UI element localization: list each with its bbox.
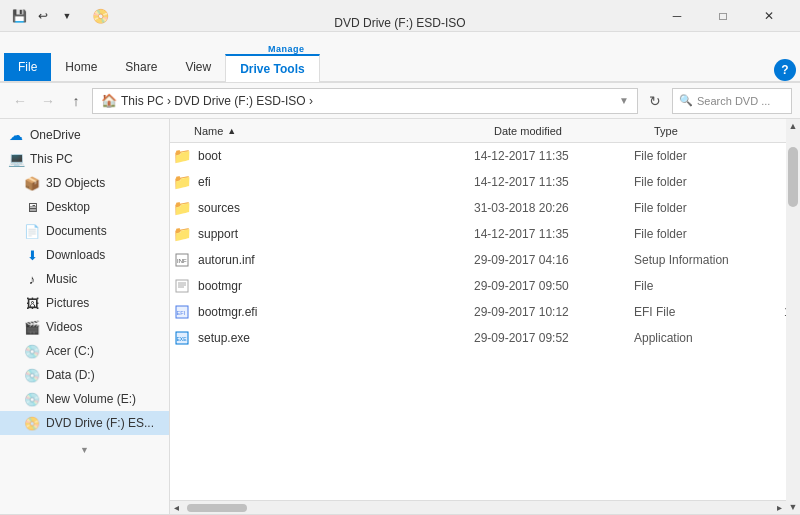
file-type-sources: File folder	[634, 201, 784, 215]
sidebar-item-videos[interactable]: 🎬 Videos	[0, 315, 169, 339]
close-button[interactable]: ✕	[746, 0, 792, 32]
ribbon: Manage File Home Share View Drive Tools …	[0, 32, 800, 83]
sidebar-label-dvd-f: DVD Drive (F:) ES...	[46, 416, 154, 430]
search-box[interactable]: 🔍 Search DVD ...	[672, 88, 792, 114]
hscroll-left-btn[interactable]: ◂	[170, 502, 183, 513]
file-date-bootmgr-efi: 29-09-2017 10:12	[474, 305, 634, 319]
file-type-efi-dir: File folder	[634, 175, 784, 189]
table-row[interactable]: bootmgr 29-09-2017 09:50 File	[170, 273, 786, 299]
sidebar-item-documents[interactable]: 📄 Documents	[0, 219, 169, 243]
file-type-setup: Application	[634, 331, 784, 345]
refresh-button[interactable]: ↻	[642, 88, 668, 114]
table-row[interactable]: INF autorun.inf 29-09-2017 04:16 Setup I…	[170, 247, 786, 273]
hscroll-right-btn[interactable]: ▸	[773, 502, 786, 513]
vscroll-down-btn[interactable]: ▼	[786, 500, 800, 514]
sidebar-label-documents: Documents	[46, 224, 107, 238]
vscroll-thumb[interactable]	[788, 147, 798, 207]
qat-save-btn[interactable]: 💾	[8, 5, 30, 27]
main-content: ☁ OneDrive 💻 This PC 📦 3D Objects 🖥 Desk…	[0, 119, 800, 514]
file-type-boot: File folder	[634, 149, 784, 163]
downloads-icon: ⬇	[24, 247, 40, 263]
sidebar-item-new-volume-e[interactable]: 💿 New Volume (E:)	[0, 387, 169, 411]
table-row[interactable]: 📁 sources 31-03-2018 20:26 File folder	[170, 195, 786, 221]
sidebar-item-onedrive[interactable]: ☁ OneDrive	[0, 123, 169, 147]
minimize-button[interactable]: ─	[654, 0, 700, 32]
ribbon-tabs: File Home Share View Drive Tools ?	[0, 54, 800, 82]
data-d-icon: 💿	[24, 367, 40, 383]
onedrive-icon: ☁	[8, 127, 24, 143]
address-folder-icon: 🏠	[101, 93, 117, 108]
folder-icon: 📁	[174, 226, 190, 242]
vscroll-up-btn[interactable]: ▲	[786, 119, 800, 133]
file-date-bootmgr: 29-09-2017 09:50	[474, 279, 634, 293]
sidebar-label-pictures: Pictures	[46, 296, 89, 310]
maximize-button[interactable]: □	[700, 0, 746, 32]
dvd-f-icon: 📀	[24, 415, 40, 431]
file-name-bootmgr: bootmgr	[174, 278, 474, 294]
svg-text:EXE: EXE	[177, 336, 188, 342]
file-date-setup: 29-09-2017 09:52	[474, 331, 634, 345]
col-header-type[interactable]: Type	[654, 125, 786, 137]
sidebar-item-3dobjects[interactable]: 📦 3D Objects	[0, 171, 169, 195]
table-row[interactable]: EXE setup.exe 29-09-2017 09:52 Applicati…	[170, 325, 786, 351]
tab-home[interactable]: Home	[51, 53, 111, 81]
file-date-autorun: 29-09-2017 04:16	[474, 253, 634, 267]
addressbar: ← → ↑ 🏠 This PC › DVD Drive (F:) ESD-ISO…	[0, 83, 800, 119]
sort-arrow: ▲	[227, 126, 236, 136]
forward-button[interactable]: →	[36, 89, 60, 113]
titlebar-left: 💾 ↩ ▼ 📀	[8, 5, 109, 27]
col-header-date[interactable]: Date modified	[494, 125, 654, 137]
table-row[interactable]: EFI bootmgr.efi 29-09-2017 10:12 EFI Fil…	[170, 299, 786, 325]
sidebar-item-downloads[interactable]: ⬇ Downloads	[0, 243, 169, 267]
tab-drive-tools[interactable]: Drive Tools	[225, 54, 319, 82]
sidebar-item-acer-c[interactable]: 💿 Acer (C:)	[0, 339, 169, 363]
sidebar-label-new-volume-e: New Volume (E:)	[46, 392, 136, 406]
tab-view[interactable]: View	[171, 53, 225, 81]
filelist: 📁 boot 14-12-2017 11:35 File folder 📁 ef…	[170, 143, 786, 500]
desktop-icon: 🖥	[24, 199, 40, 215]
file-name-setup: EXE setup.exe	[174, 330, 474, 346]
tab-share[interactable]: Share	[111, 53, 171, 81]
file-type-bootmgr-efi: EFI File	[634, 305, 784, 319]
address-text: This PC › DVD Drive (F:) ESD-ISO ›	[121, 94, 313, 108]
qat-dropdown-btn[interactable]: ▼	[56, 5, 78, 27]
sidebar-label-acer-c: Acer (C:)	[46, 344, 94, 358]
new-volume-e-icon: 💿	[24, 391, 40, 407]
search-placeholder: Search DVD ...	[697, 95, 770, 107]
file-name-efi-dir: 📁 efi	[174, 174, 474, 190]
window-title: DVD Drive (F:) ESD-ISO	[334, 16, 465, 30]
vertical-scrollbar: ▲ ▼	[786, 119, 800, 514]
file-date-boot: 14-12-2017 11:35	[474, 149, 634, 163]
search-icon: 🔍	[679, 94, 693, 107]
hscroll-thumb[interactable]	[187, 504, 247, 512]
pictures-icon: 🖼	[24, 295, 40, 311]
table-row[interactable]: 📁 support 14-12-2017 11:35 File folder	[170, 221, 786, 247]
sidebar-item-dvd-f[interactable]: 📀 DVD Drive (F:) ES...	[0, 411, 169, 435]
sidebar-item-desktop[interactable]: 🖥 Desktop	[0, 195, 169, 219]
tab-file[interactable]: File	[4, 53, 51, 81]
sidebar-item-thispc[interactable]: 💻 This PC	[0, 147, 169, 171]
help-button[interactable]: ?	[774, 59, 796, 81]
folder-icon: 📁	[174, 174, 190, 190]
table-row[interactable]: 📁 efi 14-12-2017 11:35 File folder	[170, 169, 786, 195]
inf-icon: INF	[174, 252, 190, 268]
file-type-bootmgr: File	[634, 279, 784, 293]
dvd-drive-icon: 📀	[92, 8, 109, 24]
svg-rect-2	[176, 280, 188, 292]
back-button[interactable]: ←	[8, 89, 32, 113]
videos-icon: 🎬	[24, 319, 40, 335]
sidebar-item-pictures[interactable]: 🖼 Pictures	[0, 291, 169, 315]
table-row[interactable]: 📁 boot 14-12-2017 11:35 File folder	[170, 143, 786, 169]
col-header-name[interactable]: Name ▲	[174, 125, 494, 137]
svg-text:INF: INF	[177, 258, 187, 264]
address-bar[interactable]: 🏠 This PC › DVD Drive (F:) ESD-ISO › ▼	[92, 88, 638, 114]
sidebar-item-data-d[interactable]: 💿 Data (D:)	[0, 363, 169, 387]
sidebar: ☁ OneDrive 💻 This PC 📦 3D Objects 🖥 Desk…	[0, 119, 170, 514]
sidebar-item-music[interactable]: ♪ Music	[0, 267, 169, 291]
up-button[interactable]: ↑	[64, 89, 88, 113]
file-type-autorun: Setup Information	[634, 253, 784, 267]
sidebar-label-thispc: This PC	[30, 152, 73, 166]
qat-undo-btn[interactable]: ↩	[32, 5, 54, 27]
sidebar-scroll-down-btn[interactable]: ▼	[80, 445, 89, 455]
address-dropdown-icon[interactable]: ▼	[619, 95, 629, 106]
